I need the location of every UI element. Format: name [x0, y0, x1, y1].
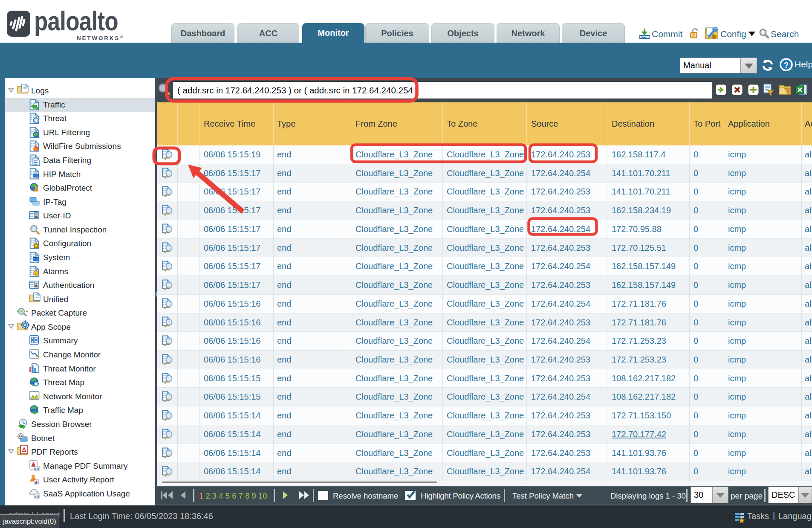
svg-text:?: ? — [784, 61, 789, 70]
